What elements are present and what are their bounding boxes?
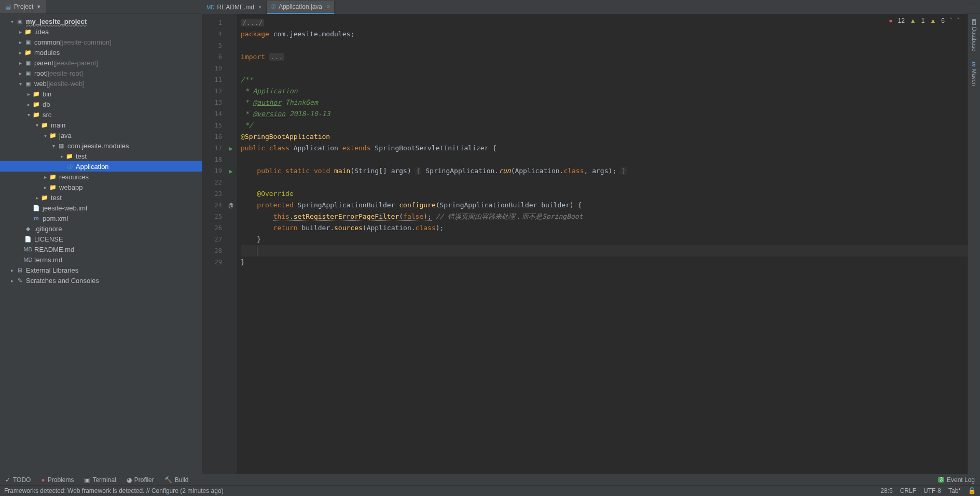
readonly-icon[interactable]: 🔓 [968,487,976,494]
line-number[interactable]: 26 [202,222,222,234]
chevron-icon[interactable]: ▸ [33,195,40,201]
tree-item[interactable]: 📄LICENSE [0,234,202,244]
gutter-icons[interactable]: ▶▶@ [225,14,237,474]
tree-item[interactable]: ▾📁java [0,130,202,140]
gutter-icon-slot[interactable] [225,51,237,63]
tree-item[interactable]: ▸📁test [0,192,202,203]
chevron-icon[interactable]: ▾ [33,122,40,128]
project-tree-panel[interactable]: ▾▣my_jeesite_project▸📁.idea▸▣common [jee… [0,14,202,474]
chevron-icon[interactable]: ▸ [17,29,24,35]
gutter-icon-slot[interactable] [225,74,237,86]
tree-item[interactable]: ▸📁modules [0,47,202,58]
tree-item[interactable]: ▸▣root [jeesite-root] [0,68,202,78]
tree-item[interactable]: ▸📁bin [0,89,202,99]
line-number[interactable]: 4 [202,29,222,40]
tree-item[interactable]: ◆.gitignore [0,223,202,234]
line-number[interactable]: 10 [202,63,222,74]
line-number[interactable]: 29 [202,257,222,268]
line-number[interactable]: 23 [202,188,222,200]
chevron-icon[interactable]: ▸ [42,174,49,180]
override-icon[interactable]: @ [228,203,233,208]
chevron-icon[interactable]: ▾ [25,112,32,118]
chevron-icon[interactable]: ▸ [25,91,32,97]
gutter-icon-slot[interactable] [225,97,237,108]
gutter-icon-slot[interactable]: @ [225,200,237,211]
line-number-gutter[interactable]: 1456101112131415161718192223242526272829 [202,14,225,474]
tree-item[interactable]: ▸📁test [0,151,202,161]
line-number[interactable]: 14 [202,108,222,120]
gutter-icon-slot[interactable] [225,154,237,165]
close-icon[interactable]: × [326,3,330,10]
tree-item[interactable]: ▾▣my_jeesite_project [0,16,202,26]
chevron-icon[interactable]: ▾ [42,133,49,138]
chevron-icon[interactable]: ▾ [17,81,24,87]
chevron-icon[interactable]: ▸ [25,102,32,107]
line-number[interactable]: 11 [202,74,222,86]
event-log-button[interactable]: 3 Event Log [933,476,980,484]
line-number[interactable]: 1 [202,17,222,29]
gutter-icon-slot[interactable]: ▶ [225,165,237,177]
indent-setting[interactable]: Tab* [948,487,961,494]
hide-icon[interactable]: — [965,1,977,12]
gutter-icon-slot[interactable] [225,211,237,222]
chevron-icon[interactable]: ▸ [17,60,24,66]
close-icon[interactable]: × [258,4,262,11]
next-highlight-icon[interactable]: ˇ [957,17,959,24]
run-icon[interactable]: ▶ [229,168,233,174]
gutter-icon-slot[interactable] [225,222,237,234]
gutter-icon-slot[interactable] [225,234,237,245]
line-number[interactable]: 24 [202,200,222,211]
gutter-icon-slot[interactable]: ▶ [225,143,237,154]
chevron-icon[interactable]: ▸ [42,185,49,190]
line-separator[interactable]: CRLF [900,487,916,494]
editor-tab[interactable]: ⒿApplication.java× [267,1,335,14]
tree-item[interactable]: ▸📁db [0,99,202,109]
file-encoding[interactable]: UTF-8 [923,487,941,494]
line-number[interactable]: 25 [202,211,222,222]
gutter-icon-slot[interactable] [225,29,237,40]
line-number[interactable]: 28 [202,245,222,257]
line-number[interactable]: 13 [202,97,222,108]
tree-item[interactable]: ▸▣parent [jeesite-parent] [0,58,202,68]
line-number[interactable]: 15 [202,120,222,131]
tree-item[interactable]: ⒿApplication [0,161,202,172]
database-tool-button[interactable]: 🗄Database [971,16,977,54]
gutter-icon-slot[interactable] [225,86,237,97]
tree-item[interactable]: ▾▦com.jeesite.modules [0,140,202,151]
line-number[interactable]: 27 [202,234,222,245]
project-tool-button[interactable]: ▤ Project ▼ [0,0,46,13]
prev-highlight-icon[interactable]: ˆ [950,17,952,24]
terminal-tool-button[interactable]: ▣Terminal [79,474,121,485]
gutter-icon-slot[interactable] [225,108,237,120]
line-number[interactable]: 12 [202,86,222,97]
chevron-icon[interactable]: ▸ [17,50,24,55]
chevron-icon[interactable]: ▸ [8,278,16,284]
line-number[interactable]: 17 [202,143,222,154]
tree-item[interactable]: MDREADME.md [0,244,202,254]
tree-item[interactable]: mpom.xml [0,213,202,223]
gutter-icon-slot[interactable] [225,17,237,29]
status-message[interactable]: Frameworks detected: Web framework is de… [4,487,224,494]
line-number[interactable]: 5 [202,40,222,51]
line-number[interactable]: 22 [202,177,222,188]
tree-item[interactable]: ▸📁webapp [0,182,202,192]
gutter-icon-slot[interactable] [225,177,237,188]
tree-item[interactable]: ▸✎Scratches and Consoles [0,275,202,286]
tree-item[interactable]: 📄jeesite-web.iml [0,203,202,213]
tree-item[interactable]: ▸⊞External Libraries [0,265,202,275]
chevron-icon[interactable]: ▾ [8,19,16,24]
gutter-icon-slot[interactable] [225,120,237,131]
gutter-icon-slot[interactable] [225,40,237,51]
build-tool-button[interactable]: 🔨Build [159,474,194,485]
tree-item[interactable]: ▸📁.idea [0,26,202,37]
chevron-icon[interactable]: ▾ [50,143,57,149]
chevron-icon[interactable]: ▸ [8,267,16,273]
gutter-icon-slot[interactable] [225,245,237,257]
gutter-icon-slot[interactable] [225,131,237,143]
tree-item[interactable]: ▾📁main [0,120,202,130]
chevron-icon[interactable]: ▸ [17,39,24,45]
gutter-icon-slot[interactable] [225,63,237,74]
editor-tab[interactable]: MDREADME.md× [202,1,267,14]
line-number[interactable]: 6 [202,51,222,63]
gutter-icon-slot[interactable] [225,188,237,200]
